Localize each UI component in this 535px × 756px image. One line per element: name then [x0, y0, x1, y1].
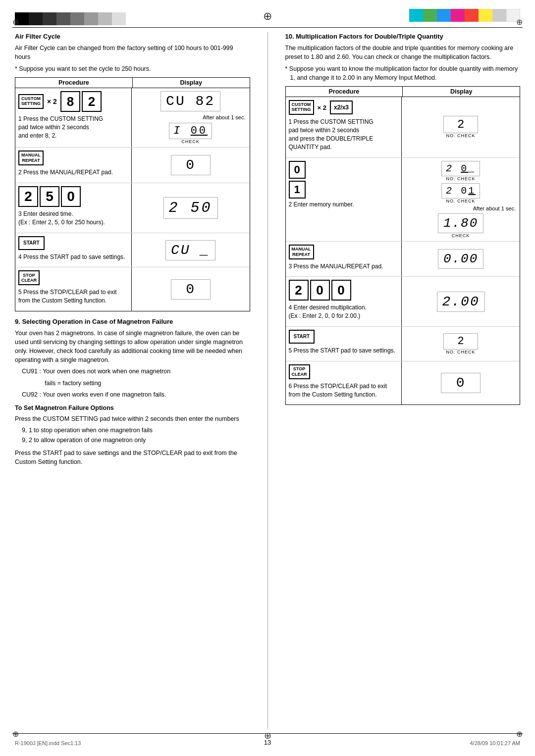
manual-repeat-group-r: MANUAL REPEAT	[289, 245, 314, 259]
proc-row-1: CUSTOM SETTING × 2 8 2 1 Press the CUSTO…	[15, 88, 250, 148]
proc-row-r4: 2 0 0 4 Enter desired multiplication.(Ex…	[286, 277, 520, 327]
color-block-blue	[437, 9, 451, 22]
proc-left-5: STOP CLEAR 5 Press the STOP/CLEAR pad to…	[15, 267, 132, 311]
left-column: Air Filter Cycle Air Filter Cycle can be…	[15, 32, 255, 729]
display-0-r6: 0	[441, 373, 481, 393]
key-5[interactable]: 5	[40, 186, 59, 207]
key-0-r[interactable]: 0	[289, 161, 306, 179]
proc-left-r3: MANUAL REPEAT 3 Press the MANUAL/REPEAT …	[286, 242, 402, 277]
proc-left-r6: STOP CLEAR 6 Press the STOP/CLEAR pad to…	[286, 361, 402, 405]
no-check-r2c: 1.80 CHECK	[438, 213, 483, 238]
no-check-label-r2b: NO. CHECK	[446, 199, 476, 203]
manual-repeat-pad[interactable]: MANUAL REPEAT	[18, 151, 44, 165]
step-3-text: 3 Enter desired time.(Ex : Enter 2, 5, 0…	[18, 210, 105, 227]
air-filter-section: Air Filter Cycle Air Filter Cycle can be…	[15, 32, 250, 311]
proc-right-r2: 2 0_ NO. CHECK 2 01 NO. CHECK After abou…	[402, 158, 520, 241]
magnetron-options-title: To Set Magnetron Failure Options	[15, 403, 250, 412]
key-0b-r4[interactable]: 0	[331, 280, 351, 301]
column-divider	[268, 32, 268, 729]
no-check-r2b: 2 01 NO. CHECK	[441, 183, 480, 203]
proc-right-r6: 0	[402, 361, 520, 405]
section-10-asterisk: * Suppose you want to know the multiplic…	[285, 64, 521, 82]
crosshair-left-bottom: ⊕	[12, 729, 19, 739]
after-note-1: After about 1 sec.	[203, 114, 245, 120]
footer-right: 4/28/09 10:01:27 AM	[470, 740, 520, 746]
section-9-title: 9. Selecting Operation in Case of Magnet…	[15, 317, 250, 327]
key-2b[interactable]: 2	[18, 186, 38, 207]
proc-right-r3: 0.00	[402, 242, 520, 277]
proc-row-4: START 4 Press the START pad to save sett…	[15, 233, 250, 268]
magnetron-footer-note: Press the START pad to save settings and…	[15, 449, 250, 466]
section-10-proc-table: Procedure Display CUSTOM SETTING × 2	[285, 86, 521, 405]
cu92-text: CU92 : Your oven works even if one magne…	[22, 391, 250, 400]
color-block-8	[112, 12, 126, 25]
proc-left-r1: CUSTOM SETTING × 2 x2/x3 1 Press the CUS…	[286, 97, 402, 157]
option-92: 9, 2 to allow operation of one magnetron…	[22, 436, 250, 445]
custom-setting-pad-r[interactable]: CUSTOM SETTING	[289, 100, 314, 115]
color-block-3	[43, 12, 56, 25]
display-250: 2 50	[163, 197, 218, 219]
keys-200-group: 2 0 0	[289, 280, 351, 301]
proc-left-4: START 4 Press the START pad to save sett…	[15, 233, 132, 267]
step-r1-text: 1 Press the CUSTOM SETTINGpad twice with…	[289, 118, 374, 151]
color-block-ltgray	[492, 9, 506, 22]
magnetron-options-list: 9, 1 to stop operation when one magnetro…	[22, 426, 250, 445]
stop-clear-group-r: STOP CLEAR	[289, 364, 310, 379]
footer-left: R-1900J [EN].indd Sec1:13	[15, 740, 81, 746]
num-keys-1: 1	[289, 181, 306, 199]
x2x3-pad[interactable]: x2/x3	[330, 101, 353, 114]
color-block-6	[84, 12, 98, 25]
key-2-r4[interactable]: 2	[289, 280, 309, 301]
key-8[interactable]: 8	[60, 91, 80, 112]
crosshair-left-top: ⊕	[12, 17, 19, 27]
proc-row-r3: MANUAL REPEAT 3 Press the MANUAL/REPEAT …	[286, 242, 520, 277]
crosshair-right-top: ⊕	[516, 17, 523, 27]
key-0[interactable]: 0	[61, 186, 81, 207]
magnetron-options-body: Press the CUSTOM SETTING pad twice withi…	[15, 414, 250, 423]
proc-right-r4: 2.00	[402, 277, 520, 326]
start-pad-r[interactable]: START	[289, 330, 315, 344]
proc-row-r6: STOP CLEAR 6 Press the STOP/CLEAR pad to…	[286, 361, 520, 405]
stop-clear-pad[interactable]: STOP CLEAR	[18, 270, 40, 285]
proc-row-2: MANUAL REPEAT 2 Press the MANUAL/REPEAT …	[15, 148, 250, 183]
display-2-r1: 2	[443, 116, 478, 133]
stop-clear-pad-r[interactable]: STOP CLEAR	[289, 364, 310, 379]
display-20-r2: 2 0_	[441, 161, 480, 176]
key-1-r[interactable]: 1	[289, 181, 306, 199]
key-0-r4[interactable]: 0	[310, 280, 330, 301]
step-r4-text: 4 Enter desired multiplication.(Ex : Ent…	[289, 303, 367, 320]
display-i00: I 00	[169, 123, 212, 139]
display-0-row5: 0	[171, 279, 211, 300]
proc-header-procedure-r: Procedure	[286, 87, 403, 97]
color-block-red	[465, 9, 479, 22]
proc-right-r1: 2 NO. CHECK	[402, 97, 520, 157]
crosshair-bottom: ⊕	[264, 730, 271, 741]
num-keys-01: 0	[289, 161, 306, 179]
section-9: 9. Selecting Operation in Case of Magnet…	[15, 317, 250, 466]
step-4-text: 4 Press the START pad to save settings.	[18, 253, 125, 261]
proc-right-4: CU _	[132, 233, 250, 267]
proc-left-3: 2 5 0 3 Enter desired time.(Ex : Enter 2…	[15, 183, 132, 233]
air-filter-asterisk: * Suppose you want to set the cycle to 2…	[15, 64, 250, 73]
color-blocks-left	[15, 12, 126, 25]
display-0-row2: 0	[171, 155, 211, 175]
crosshair-center: ⊕	[260, 9, 275, 24]
proc-table-header-r: Procedure Display	[286, 87, 520, 97]
custom-setting-group-r1: CUSTOM SETTING × 2 x2/x3	[289, 100, 353, 115]
no-check-r2a: 2 0_ NO. CHECK	[441, 161, 480, 181]
color-block-7	[98, 12, 112, 25]
main-content: Air Filter Cycle Air Filter Cycle can be…	[15, 32, 520, 729]
step-5-text: 5 Press the STOP/CLEAR pad to exit from …	[18, 288, 128, 305]
key-2[interactable]: 2	[82, 91, 102, 112]
custom-setting-pad[interactable]: CUSTOM SETTING	[18, 94, 44, 109]
section-10-body: The multiplication factors of the double…	[285, 44, 521, 61]
no-check-r1: 2 NO. CHECK	[443, 116, 478, 138]
display-201-r2: 2 01	[441, 183, 480, 199]
start-pad[interactable]: START	[18, 236, 45, 250]
option-91: 9, 1 to stop operation when one magnetro…	[22, 426, 250, 435]
no-check-label-r5: NO. CHECK	[446, 350, 476, 354]
step-r6-text: 6 Press the STOP/CLEAR pad to exitfrom t…	[289, 382, 387, 399]
proc-left-1: CUSTOM SETTING × 2 8 2 1 Press the CUSTO…	[15, 88, 132, 147]
manual-repeat-pad-r[interactable]: MANUAL REPEAT	[289, 245, 314, 259]
step-r3-text: 3 Press the MANUAL/REPEAT pad.	[289, 262, 383, 271]
